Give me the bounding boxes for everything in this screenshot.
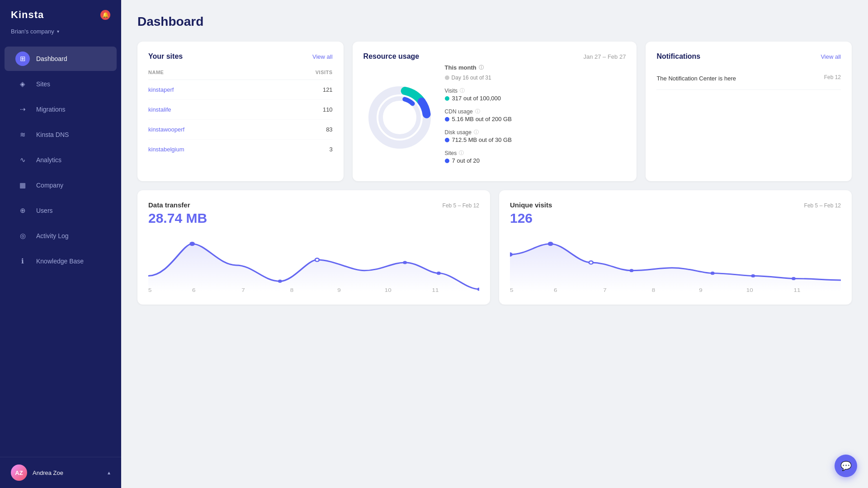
resource-card-header: Resource usage Jan 27 – Feb 27 xyxy=(363,52,626,61)
cdn-info-icon[interactable]: ⓘ xyxy=(475,108,480,115)
notifications-title: Notifications xyxy=(656,52,700,61)
svg-text:11: 11 xyxy=(793,287,800,292)
company-name: Brian's company xyxy=(11,28,54,35)
analytics-icon: ∿ xyxy=(15,153,30,167)
sites-label: Sites xyxy=(445,150,457,156)
cdn-value: 5.16 MB out of 200 GB xyxy=(452,116,512,122)
bottom-cards-grid: Data transfer Feb 5 – Feb 12 28.74 MB xyxy=(137,190,852,305)
table-row: kinstawooperf 83 xyxy=(148,120,333,140)
unique-visits-header: Unique visits Feb 5 – Feb 12 xyxy=(510,201,841,209)
svg-point-6 xyxy=(278,280,282,283)
your-sites-view-all[interactable]: View all xyxy=(312,53,333,60)
main-content: Dashboard Your sites View all NAME VISIT… xyxy=(121,0,868,488)
sidebar-item-users[interactable]: ⊕ Users xyxy=(5,198,117,223)
users-icon: ⊕ xyxy=(15,203,30,218)
svg-point-8 xyxy=(403,261,407,264)
dashboard-icon: ⊞ xyxy=(15,52,30,66)
sidebar-footer: AZ Andrea Zoe ▴ xyxy=(0,457,121,488)
data-transfer-date: Feb 5 – Feb 12 xyxy=(443,202,479,209)
sidebar-item-analytics[interactable]: ∿ Analytics xyxy=(5,148,117,172)
cdn-dot xyxy=(445,117,449,122)
col-visits-label: VISITS xyxy=(316,70,333,75)
chevron-down-icon: ▾ xyxy=(57,29,59,34)
sidebar-item-label: Company xyxy=(36,182,63,189)
sidebar-item-migrations[interactable]: ⇢ Migrations xyxy=(5,97,117,122)
cdn-label: CDN usage xyxy=(445,108,473,115)
app-logo: Kinsta xyxy=(11,9,44,21)
sidebar-item-sites[interactable]: ◈ Sites xyxy=(5,72,117,96)
site-name[interactable]: kinstabelgium xyxy=(148,146,184,153)
company-selector[interactable]: Brian's company ▾ xyxy=(0,25,121,42)
svg-point-7 xyxy=(315,258,319,262)
site-name[interactable]: kinstalife xyxy=(148,106,171,113)
visits-value: 317 out of 100,000 xyxy=(452,95,501,102)
sites-info-icon[interactable]: ⓘ xyxy=(459,150,464,156)
resource-body: This month ⓘ Day 16 out of 31 Visits ⓘ xyxy=(363,61,626,170)
svg-text:7: 7 xyxy=(603,287,607,292)
dns-icon: ≋ xyxy=(15,127,30,142)
notifications-view-all[interactable]: View all xyxy=(821,53,841,60)
top-cards-grid: Your sites View all NAME VISITS kinstape… xyxy=(137,42,852,181)
info-icon[interactable]: ⓘ xyxy=(479,64,484,71)
svg-text:5: 5 xyxy=(148,287,152,292)
svg-text:6: 6 xyxy=(554,287,557,292)
site-visits: 83 xyxy=(326,126,332,133)
this-month-stat: This month ⓘ Day 16 out of 31 xyxy=(445,64,626,81)
sidebar-item-dashboard[interactable]: ⊞ Dashboard xyxy=(5,47,117,71)
chat-button[interactable]: 💬 xyxy=(835,455,857,477)
this-month-label: This month xyxy=(445,64,476,71)
site-name[interactable]: kinstawooperf xyxy=(148,126,184,133)
donut-chart xyxy=(363,81,436,154)
disk-stat: Disk usage ⓘ 712.5 MB out of 30 GB xyxy=(445,129,626,143)
svg-point-22 xyxy=(711,272,715,275)
sidebar-item-kinsta-dns[interactable]: ≋ Kinsta DNS xyxy=(5,122,117,147)
svg-text:10: 10 xyxy=(385,287,392,292)
site-visits: 121 xyxy=(323,86,333,93)
sites-table-body: kinstaperf 121 kinstalife 110 kinstawoop… xyxy=(148,80,333,159)
disk-label: Disk usage xyxy=(445,129,472,136)
visits-info-icon[interactable]: ⓘ xyxy=(460,87,465,94)
sidebar-item-knowledge-base[interactable]: ℹ Knowledge Base xyxy=(5,249,117,273)
unique-visits-date: Feb 5 – Feb 12 xyxy=(804,202,841,209)
table-row: kinstaperf 121 xyxy=(148,80,333,100)
unique-visits-card: Unique visits Feb 5 – Feb 12 126 xyxy=(499,190,852,305)
day-label: Day 16 out of 31 xyxy=(452,75,491,81)
sidebar-item-label: Kinsta DNS xyxy=(36,131,69,138)
avatar: AZ xyxy=(11,465,27,481)
notif-text: The Notification Center is here xyxy=(656,74,736,83)
your-sites-title: Your sites xyxy=(148,52,183,61)
site-visits: 3 xyxy=(329,146,332,153)
donut-svg xyxy=(363,81,436,154)
notifications-bell-icon[interactable]: 🔔 xyxy=(100,10,110,20)
resource-date-range: Jan 27 – Feb 27 xyxy=(583,53,626,60)
resource-usage-card: Resource usage Jan 27 – Feb 27 xyxy=(353,42,637,181)
sites-table-header: NAME VISITS xyxy=(148,68,333,80)
sidebar-item-company[interactable]: ▦ Company xyxy=(5,173,117,197)
footer-chevron-icon: ▴ xyxy=(108,469,110,476)
svg-text:9: 9 xyxy=(699,287,703,292)
svg-point-21 xyxy=(629,269,633,272)
sidebar-item-label: Activity Log xyxy=(36,232,69,239)
sites-icon: ◈ xyxy=(15,77,30,91)
sidebar-item-label: Analytics xyxy=(36,156,61,164)
sidebar-item-label: Users xyxy=(36,207,53,214)
sidebar-item-label: Knowledge Base xyxy=(36,258,84,265)
sidebar-item-label: Sites xyxy=(36,80,50,88)
table-row: kinstabelgium 3 xyxy=(148,140,333,159)
sidebar-nav: ⊞ Dashboard ◈ Sites ⇢ Migrations ≋ Kinst… xyxy=(0,42,121,457)
disk-info-icon[interactable]: ⓘ xyxy=(474,129,479,136)
your-sites-card: Your sites View all NAME VISITS kinstape… xyxy=(137,42,344,181)
cdn-stat: CDN usage ⓘ 5.16 MB out of 200 GB xyxy=(445,108,626,122)
svg-text:10: 10 xyxy=(746,287,753,292)
sites-dot xyxy=(445,159,449,163)
site-name[interactable]: kinstaperf xyxy=(148,86,174,93)
activity-log-icon: ◎ xyxy=(15,229,30,243)
site-visits: 110 xyxy=(323,106,333,113)
notifications-card: Notifications View all The Notification … xyxy=(646,42,852,181)
svg-text:5: 5 xyxy=(510,287,514,292)
data-transfer-chart: 5 6 7 8 9 10 11 xyxy=(148,233,479,292)
table-row: kinstalife 110 xyxy=(148,100,333,120)
resource-stats: This month ⓘ Day 16 out of 31 Visits ⓘ xyxy=(445,64,626,170)
sidebar-item-activity-log[interactable]: ◎ Activity Log xyxy=(5,224,117,248)
svg-text:8: 8 xyxy=(652,287,656,292)
